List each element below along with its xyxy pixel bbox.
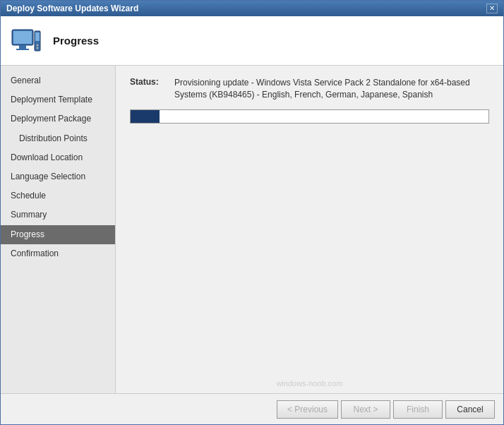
svg-point-6 xyxy=(37,44,39,46)
header-area: Progress xyxy=(1,16,503,66)
header-title: Progress xyxy=(53,35,99,47)
sidebar-item-schedule[interactable]: Schedule xyxy=(1,186,115,205)
main-window: Deploy Software Updates Wizard ✕ Progres… xyxy=(0,0,504,425)
previous-button[interactable]: < Previous xyxy=(277,400,338,419)
sidebar-item-deployment-template[interactable]: Deployment Template xyxy=(1,90,115,109)
title-bar: Deploy Software Updates Wizard ✕ xyxy=(1,1,503,16)
sidebar: General Deployment Template Deployment P… xyxy=(1,66,116,393)
progress-bar-fill xyxy=(131,110,160,123)
footer-area: < Previous Next > Finish Cancel xyxy=(1,393,503,424)
svg-rect-2 xyxy=(19,45,26,49)
cancel-button[interactable]: Cancel xyxy=(445,400,495,419)
main-wrapper: Status: Provisioning update - Windows Vi… xyxy=(116,66,503,393)
title-bar-left: Deploy Software Updates Wizard xyxy=(6,4,138,13)
status-text: Provisioning update - Windows Vista Serv… xyxy=(174,77,489,101)
sidebar-item-download-location[interactable]: Download Location xyxy=(1,148,115,167)
main-content: Status: Provisioning update - Windows Vi… xyxy=(116,66,503,393)
progress-bar-container xyxy=(130,109,489,124)
sidebar-item-progress[interactable]: Progress xyxy=(1,225,115,244)
svg-rect-1 xyxy=(13,31,32,44)
wizard-icon xyxy=(9,24,43,58)
sidebar-item-distribution-points[interactable]: Distribution Points xyxy=(1,129,115,148)
status-row: Status: Provisioning update - Windows Vi… xyxy=(130,77,489,101)
status-label: Status: xyxy=(130,77,169,87)
sidebar-item-confirmation[interactable]: Confirmation xyxy=(1,244,115,263)
finish-button[interactable]: Finish xyxy=(393,400,443,419)
sidebar-item-language-selection[interactable]: Language Selection xyxy=(1,167,115,186)
content-area: General Deployment Template Deployment P… xyxy=(1,66,503,393)
svg-rect-5 xyxy=(35,32,40,41)
sidebar-item-general[interactable]: General xyxy=(1,71,115,90)
svg-point-7 xyxy=(37,47,39,49)
sidebar-item-deployment-package[interactable]: Deployment Package xyxy=(1,109,115,128)
svg-rect-3 xyxy=(16,49,29,50)
window-title: Deploy Software Updates Wizard xyxy=(6,4,138,13)
sidebar-item-summary[interactable]: Summary xyxy=(1,205,115,225)
next-button[interactable]: Next > xyxy=(341,400,390,419)
close-button[interactable]: ✕ xyxy=(486,4,498,13)
